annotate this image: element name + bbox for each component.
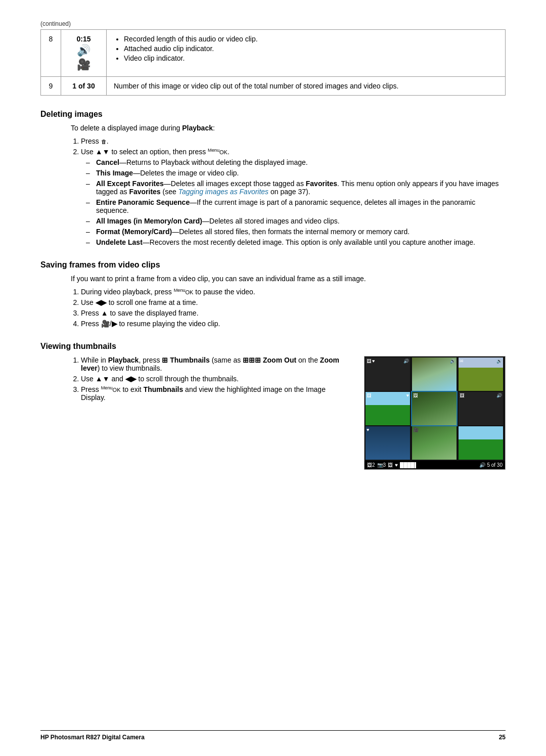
step-item: During video playback, press MenuOK to p… [81, 288, 506, 296]
option-this-image: This Image—Deletes the image or video cl… [86, 169, 506, 177]
viewing-steps: While in Playback, press ⊞ Thumbnails (s… [71, 356, 349, 402]
status-bars: ████▌ [400, 462, 418, 468]
footer-product-name: HP Photosmart R827 Digital Camera [40, 734, 145, 741]
row-9-num: 9 [41, 77, 61, 96]
status-camera3: 📷3 [377, 462, 386, 468]
status-left: 🖼2 📷3 🖼 ♥ ████▌ [367, 462, 418, 468]
thumbnails-bold: Thumbnails [144, 385, 184, 393]
thumb-frame-icon: 🖼 [413, 393, 418, 398]
bullet-item: Video clip indicator. [124, 54, 498, 62]
thumbnail-preview: 🖼 ♥ 🔊 🔊 ✉ 🔊 🖼 ♥ [364, 356, 506, 470]
video-icon: 🎥 [77, 58, 90, 71]
option-label: Entire Panoramic Sequence [96, 198, 190, 206]
row-9-count: 1 of 30 [72, 82, 95, 90]
option-label: All Images (in Memory/on Card) [96, 217, 202, 225]
table-row: 9 1 of 30 Number of this image or video … [41, 77, 506, 96]
option-all-except: All Except Favorites—Deletes all images … [86, 180, 506, 196]
favorites-bold2: Favorites [129, 188, 160, 196]
main-table: 8 0:15 🔊 🎥 Recorded length of this audio… [40, 29, 506, 96]
status-frame2: 🖼2 [367, 462, 375, 468]
option-panoramic: Entire Panoramic Sequence—If the current… [86, 198, 506, 214]
row-9-symbol: 1 of 30 [61, 77, 107, 96]
option-all-images: All Images (in Memory/on Card)—Deletes a… [86, 217, 506, 225]
row-8-time: 0:15 [76, 35, 90, 43]
favorites-link: Tagging images as Favorites [178, 188, 268, 196]
row-8-num: 8 [41, 30, 61, 77]
audio-icon: 🔊 [77, 44, 90, 57]
viewing-heading: Viewing thumbnails [40, 342, 506, 351]
bullet-item: Recorded length of this audio or video c… [124, 35, 498, 43]
thumb-overlay: ♥ [367, 427, 369, 432]
saving-intro: If you want to print a frame from a vide… [71, 275, 506, 283]
thumb-cell: 🖼 🔊 [459, 392, 503, 425]
continued-label: (continued) [40, 20, 506, 27]
menu-ok-icon3: MenuOK [101, 387, 121, 393]
saving-heading: Saving frames from video clips [40, 260, 506, 270]
heart-icon: ♥ [372, 359, 375, 364]
page-container: (continued) 8 0:15 🔊 🎥 Recorded length o… [0, 0, 546, 500]
thumb-cell: 🔊 [412, 358, 457, 391]
option-label: This Image [96, 169, 133, 177]
thumb-overlay: ✉ [460, 359, 464, 364]
option-cancel: Cancel—Returns to Playback without delet… [86, 158, 506, 166]
saving-steps: During video playback, press MenuOK to p… [71, 288, 506, 328]
playback-bold2: Playback [108, 356, 139, 364]
menu-ok-icon: MenuOK [208, 149, 228, 155]
thumb-cell: 🎥 [412, 426, 457, 460]
thumb-overlay: 🖼 [460, 393, 464, 398]
viewing-text: While in Playback, press ⊞ Thumbnails (s… [71, 356, 349, 407]
deleting-heading: Deleting images [40, 110, 506, 119]
option-label: Cancel [96, 158, 119, 166]
playback-bold: Playback [182, 124, 213, 132]
status-volume: 🔊 [479, 462, 485, 468]
viewing-section: While in Playback, press ⊞ Thumbnails (s… [71, 356, 506, 470]
thumb-cell: 🖼 ♥ [366, 392, 410, 425]
saving-body: If you want to print a frame from a vide… [71, 275, 506, 328]
option-label: All Except Favorites [96, 180, 164, 188]
thumb-grid: 🖼 ♥ 🔊 🔊 ✉ 🔊 🖼 ♥ [365, 357, 505, 461]
status-heart: ♥ [395, 462, 398, 468]
deleting-body: To delete a displayed image during Playb… [71, 124, 506, 246]
thumb-volume: 🔊 [496, 359, 502, 364]
thumb-volume: 🔊 [403, 359, 409, 364]
step-item: Use ▲▼ and ◀▶ to scroll through the thum… [81, 375, 349, 383]
step-item: Press MenuOK to exit Thumbnails and view… [81, 385, 349, 402]
step-item: While in Playback, press ⊞ Thumbnails (s… [81, 356, 349, 372]
favorites-bold: Favorites [306, 180, 337, 188]
thumb-cell-selected: 🖼 [412, 392, 457, 425]
row-8-symbol: 0:15 🔊 🎥 [61, 30, 107, 77]
step-item: Use ▲▼ to select an option, then press M… [81, 148, 506, 246]
option-format: Format (Memory/Card)—Deletes all stored … [86, 228, 506, 236]
viewing-body: While in Playback, press ⊞ Thumbnails (s… [71, 356, 506, 470]
page-footer: HP Photosmart R827 Digital Camera 25 [40, 730, 506, 741]
thumb-cell: ♥ [366, 426, 410, 460]
option-undelete: Undelete Last—Recovers the most recently… [86, 238, 506, 246]
thumb-heart: ♥ [406, 393, 409, 398]
frame-icon: 🖼 [367, 359, 371, 364]
row-9-desc: Number of this image or video clip out o… [107, 77, 506, 96]
delete-options: Cancel—Returns to Playback without delet… [81, 158, 506, 246]
deleting-intro: To delete a displayed image during Playb… [71, 124, 506, 132]
thumb-overlay: 🖼 [367, 393, 371, 398]
deleting-steps: Press 🗑. Use ▲▼ to select an option, the… [71, 137, 506, 246]
step-item: Press 🗑. [81, 137, 506, 145]
thumb-cell [459, 426, 503, 460]
status-frame-icon: 🖼 [388, 462, 393, 468]
step-item: Use ◀▶ to scroll one frame at a time. [81, 298, 506, 306]
menu-ok-icon2: MenuOK [174, 289, 194, 295]
status-count: 5 of 30 [487, 462, 503, 468]
row-8-desc: Recorded length of this audio or video c… [107, 30, 506, 77]
step-item: Press ▲ to save the displayed frame. [81, 309, 506, 317]
trash-icon: 🗑 [101, 139, 107, 145]
thumb-video-icon: 🎥 [413, 427, 419, 432]
thumb-overlay: 🖼 ♥ [367, 359, 375, 364]
bullet-item: Attached audio clip indicator. [124, 45, 498, 53]
thumb-volume: 🔊 [450, 359, 456, 364]
step-item: Press 🎥/▶ to resume playing the video cl… [81, 320, 506, 328]
status-right: 🔊 5 of 30 [479, 462, 503, 468]
thumb-cell: 🖼 ♥ 🔊 [366, 358, 410, 391]
thumb-cell: ✉ 🔊 [459, 358, 503, 391]
option-label: Undelete Last [96, 238, 143, 246]
table-row: 8 0:15 🔊 🎥 Recorded length of this audio… [41, 30, 506, 77]
option-label: Format (Memory/Card) [96, 228, 172, 236]
